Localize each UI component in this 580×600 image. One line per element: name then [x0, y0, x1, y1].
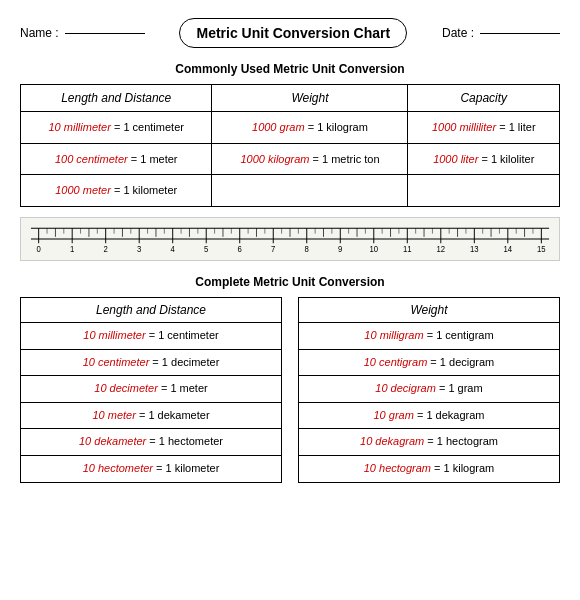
cell-length-1: 10 millimeter = 1 centimeter: [21, 112, 212, 144]
svg-text:7: 7: [271, 245, 276, 254]
complete-length-cell: 10 meter = 1 dekameter: [21, 402, 282, 429]
table-row: 10 milligram = 1 centigram: [299, 323, 560, 350]
complete-length-cell: 10 millimeter = 1 centimeter: [21, 323, 282, 350]
complete-weight-table: Weight 10 milligram = 1 centigram10 cent…: [298, 297, 560, 483]
complete-length-cell: 10 decimeter = 1 meter: [21, 376, 282, 403]
table-row: 10 millimeter = 1 centimeter 1000 gram =…: [21, 112, 560, 144]
svg-text:1: 1: [70, 245, 75, 254]
name-underline: [65, 33, 145, 34]
cell-weight-2: 1000 kilogram = 1 metric ton: [212, 143, 408, 175]
complete-weight-cell: 10 centigram = 1 decigram: [299, 349, 560, 376]
table-row: 10 centimeter = 1 decimeter: [21, 349, 282, 376]
complete-length-cell: 10 hectometer = 1 kilometer: [21, 456, 282, 483]
svg-text:14: 14: [504, 245, 513, 254]
table-row: 10 hectogram = 1 kilogram: [299, 456, 560, 483]
ruler-svg: 0123456789101112131415: [29, 224, 551, 254]
svg-text:2: 2: [104, 245, 109, 254]
complete-weight-cell: 10 milligram = 1 centigram: [299, 323, 560, 350]
complete-length-cell: 10 dekameter = 1 hectometer: [21, 429, 282, 456]
svg-text:9: 9: [338, 245, 343, 254]
chart-title: Metric Unit Conversion Chart: [179, 18, 407, 48]
col-header-length: Length and Distance: [21, 85, 212, 112]
complete-weight-cell: 10 dekagram = 1 hectogram: [299, 429, 560, 456]
table-row: 10 dekagram = 1 hectogram: [299, 429, 560, 456]
complete-length-cell: 10 centimeter = 1 decimeter: [21, 349, 282, 376]
complete-weight-cell: 10 hectogram = 1 kilogram: [299, 456, 560, 483]
cell-length-3: 1000 meter = 1 kilometer: [21, 175, 212, 207]
svg-text:15: 15: [537, 245, 546, 254]
svg-text:11: 11: [403, 245, 412, 254]
name-field: Name :: [20, 26, 145, 40]
svg-text:5: 5: [204, 245, 209, 254]
table-row: 1000 meter = 1 kilometer: [21, 175, 560, 207]
table-row: 10 meter = 1 dekameter: [21, 402, 282, 429]
table-row: 100 centimeter = 1 meter 1000 kilogram =…: [21, 143, 560, 175]
common-conversion-table: Length and Distance Weight Capacity 10 m…: [20, 84, 560, 207]
table-row: 10 hectometer = 1 kilometer: [21, 456, 282, 483]
table-row: 10 dekameter = 1 hectometer: [21, 429, 282, 456]
ruler-cm-label: cm: [29, 259, 551, 261]
table-row: 10 millimeter = 1 centimeter: [21, 323, 282, 350]
complete-section-title: Complete Metric Unit Conversion: [20, 275, 560, 289]
svg-text:12: 12: [436, 245, 445, 254]
page-header: Name : Metric Unit Conversion Chart Date…: [20, 18, 560, 48]
complete-weight-cell: 10 gram = 1 dekagram: [299, 402, 560, 429]
complete-weight-header: Weight: [299, 298, 560, 323]
cell-length-2: 100 centimeter = 1 meter: [21, 143, 212, 175]
date-label: Date :: [442, 26, 474, 40]
cell-weight-1: 1000 gram = 1 kilogram: [212, 112, 408, 144]
complete-length-header: Length and Distance: [21, 298, 282, 323]
complete-section-tables: Length and Distance 10 millimeter = 1 ce…: [20, 297, 560, 483]
cell-capacity-1: 1000 milliliter = 1 liter: [408, 112, 560, 144]
svg-text:10: 10: [369, 245, 378, 254]
complete-length-table: Length and Distance 10 millimeter = 1 ce…: [20, 297, 282, 483]
svg-text:13: 13: [470, 245, 479, 254]
svg-text:6: 6: [238, 245, 243, 254]
cell-weight-3: [212, 175, 408, 207]
ruler: 0123456789101112131415 cm: [20, 217, 560, 261]
table-row: 10 gram = 1 dekagram: [299, 402, 560, 429]
name-label: Name :: [20, 26, 59, 40]
date-field: Date :: [442, 26, 560, 40]
cell-capacity-3: [408, 175, 560, 207]
col-header-weight: Weight: [212, 85, 408, 112]
date-underline: [480, 33, 560, 34]
svg-text:8: 8: [305, 245, 310, 254]
svg-text:3: 3: [137, 245, 142, 254]
col-header-capacity: Capacity: [408, 85, 560, 112]
complete-weight-cell: 10 decigram = 1 gram: [299, 376, 560, 403]
table-row: 10 decigram = 1 gram: [299, 376, 560, 403]
table-row: 10 centigram = 1 decigram: [299, 349, 560, 376]
cell-capacity-2: 1000 liter = 1 kiloliter: [408, 143, 560, 175]
table-row: 10 decimeter = 1 meter: [21, 376, 282, 403]
svg-text:4: 4: [171, 245, 176, 254]
common-section-title: Commonly Used Metric Unit Conversion: [20, 62, 560, 76]
svg-text:0: 0: [37, 245, 42, 254]
